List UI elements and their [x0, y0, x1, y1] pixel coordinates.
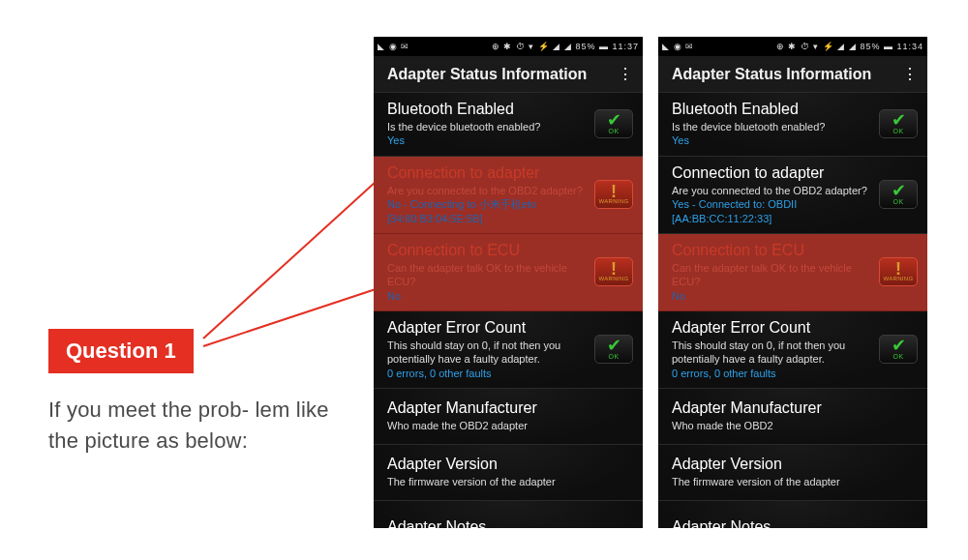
- app-bar: Adapter Status Information ⋮: [658, 56, 927, 93]
- item-title: Bluetooth Enabled: [672, 100, 871, 118]
- status-item[interactable]: Bluetooth EnabledIs the device bluetooth…: [374, 93, 643, 157]
- status-warning-icon: !WARNING: [879, 257, 918, 286]
- item-subtitle: Can the adapter talk OK to the vehicle E…: [387, 261, 587, 289]
- status-item[interactable]: Adapter ManufacturerWho made the OBD2: [658, 389, 927, 445]
- item-value: 0 errors, 0 other faults: [387, 367, 587, 380]
- app-bar: Adapter Status Information ⋮: [374, 56, 643, 93]
- item-value: 0 errors, 0 other faults: [672, 367, 871, 380]
- status-item[interactable]: Bluetooth EnabledIs the device bluetooth…: [658, 93, 927, 157]
- item-title: Adapter Manufacturer: [387, 398, 633, 417]
- item-title: Adapter Manufacturer: [672, 398, 918, 417]
- phone-screenshot-left: ◣ ◉ ✉ ⊕ ✱ ⏱ ▾ ⚡ ◢ ◢ 85% ▬ 11:37 Adapter …: [374, 37, 643, 528]
- android-status-bar: ◣ ◉ ✉ ⊕ ✱ ⏱ ▾ ⚡ ◢ ◢ 85% ▬ 11:34: [658, 37, 927, 56]
- status-item[interactable]: Adapter VersionThe firmware version of t…: [374, 445, 643, 501]
- item-value: No: [672, 289, 871, 303]
- status-list: Bluetooth EnabledIs the device bluetooth…: [658, 93, 927, 528]
- app-bar-title: Adapter Status Information: [672, 66, 871, 83]
- svg-line-0: [203, 182, 376, 339]
- status-left-icons: ◣ ◉ ✉: [662, 42, 694, 51]
- item-subtitle: This should stay on 0, if not then you p…: [387, 339, 587, 367]
- item-subtitle: The firmware version of the adapter: [387, 475, 633, 488]
- status-ok-icon: ✔OK: [594, 109, 633, 138]
- android-status-bar: ◣ ◉ ✉ ⊕ ✱ ⏱ ▾ ⚡ ◢ ◢ 85% ▬ 11:37: [374, 37, 643, 56]
- status-warning-icon: !WARNING: [594, 257, 633, 286]
- status-item[interactable]: Adapter Notes: [658, 501, 927, 528]
- app-bar-title: Adapter Status Information: [387, 66, 587, 83]
- item-subtitle: Is the device bluetooth enabled?: [672, 120, 871, 133]
- status-item[interactable]: Connection to adapterAre you connected t…: [658, 157, 927, 234]
- status-item[interactable]: Adapter Notes: [374, 501, 643, 528]
- callout-area: Question 1 If you meet the prob- lem lik…: [48, 329, 339, 457]
- item-subtitle: Who made the OBD2 adapter: [387, 419, 633, 432]
- phone-screenshot-right: ◣ ◉ ✉ ⊕ ✱ ⏱ ▾ ⚡ ◢ ◢ 85% ▬ 11:34 Adapter …: [658, 37, 927, 528]
- item-subtitle: Are you connected to the OBD2 adapter?: [387, 184, 587, 197]
- status-item[interactable]: Adapter ManufacturerWho made the OBD2 ad…: [374, 389, 643, 445]
- status-right-icons: ⊕ ✱ ⏱ ▾ ⚡ ◢ ◢ 85% ▬ 11:37: [492, 42, 639, 51]
- status-ok-icon: ✔OK: [879, 109, 918, 138]
- item-value: Yes: [672, 133, 871, 147]
- item-subtitle: Are you connected to the OBD2 adapter?: [672, 184, 871, 197]
- item-value: No - Connecting to 小米手机eto [34:80:B3:04:…: [387, 197, 587, 225]
- item-title: Bluetooth Enabled: [387, 100, 587, 118]
- question-badge: Question 1: [48, 329, 194, 373]
- item-title: Adapter Version: [387, 455, 633, 473]
- item-title: Adapter Notes: [387, 517, 633, 528]
- status-ok-icon: ✔OK: [879, 180, 918, 209]
- callout-text: If you meet the prob- lem like the pictu…: [48, 395, 339, 457]
- item-value: Yes: [387, 133, 587, 147]
- status-left-icons: ◣ ◉ ✉: [378, 42, 409, 51]
- status-ok-icon: ✔OK: [879, 335, 918, 364]
- status-item[interactable]: Connection to adapterAre you connected t…: [374, 157, 643, 234]
- item-subtitle: Can the adapter talk OK to the vehicle E…: [672, 261, 871, 289]
- item-subtitle: This should stay on 0, if not then you p…: [672, 339, 871, 367]
- status-item[interactable]: Adapter Error CountThis should stay on 0…: [374, 311, 643, 389]
- status-item[interactable]: Connection to ECUCan the adapter talk OK…: [658, 234, 927, 311]
- item-title: Adapter Notes: [672, 517, 918, 528]
- item-title: Connection to adapter: [672, 163, 871, 182]
- item-subtitle: Who made the OBD2: [672, 419, 918, 432]
- item-subtitle: The firmware version of the adapter: [672, 475, 918, 488]
- item-title: Connection to ECU: [672, 241, 871, 259]
- item-title: Adapter Version: [672, 455, 918, 473]
- status-ok-icon: ✔OK: [594, 335, 633, 364]
- status-right-icons: ⊕ ✱ ⏱ ▾ ⚡ ◢ ◢ 85% ▬ 11:34: [776, 42, 923, 51]
- status-item[interactable]: Connection to ECUCan the adapter talk OK…: [374, 234, 643, 311]
- item-value: Yes - Connected to: OBDII [AA:BB:CC:11:2…: [672, 197, 871, 225]
- status-item[interactable]: Adapter VersionThe firmware version of t…: [658, 445, 927, 501]
- item-title: Connection to adapter: [387, 163, 587, 182]
- status-list: Bluetooth EnabledIs the device bluetooth…: [374, 93, 643, 528]
- item-title: Connection to ECU: [387, 241, 587, 259]
- item-title: Adapter Error Count: [387, 318, 587, 337]
- item-title: Adapter Error Count: [672, 318, 871, 337]
- item-subtitle: Is the device bluetooth enabled?: [387, 120, 587, 133]
- status-warning-icon: !WARNING: [594, 180, 633, 209]
- overflow-menu-icon[interactable]: ⋮: [902, 67, 918, 82]
- status-item[interactable]: Adapter Error CountThis should stay on 0…: [658, 311, 927, 389]
- item-value: No: [387, 289, 587, 303]
- overflow-menu-icon[interactable]: ⋮: [618, 67, 633, 82]
